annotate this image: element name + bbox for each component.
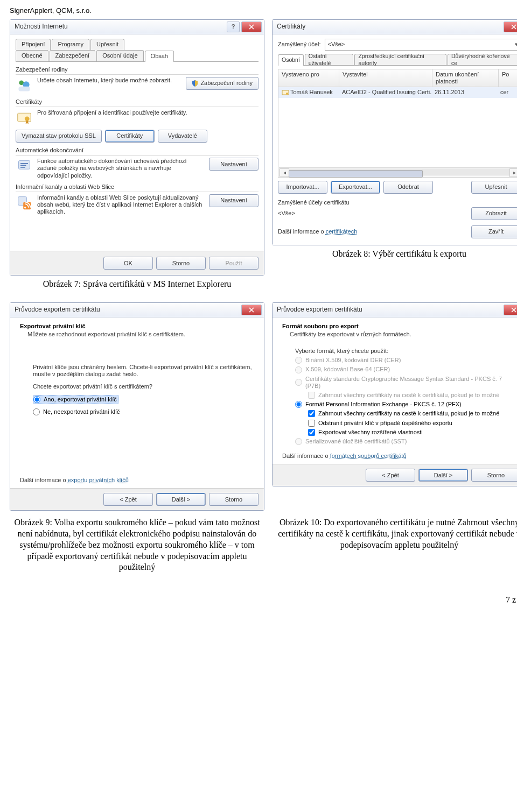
svg-rect-2	[19, 87, 30, 91]
radio-export-yes[interactable]: Ano, exportovat privátní klíč	[33, 395, 118, 404]
cell-expiry: 26.11.2013	[431, 88, 497, 96]
svg-point-10	[286, 93, 288, 95]
close-icon[interactable]	[504, 22, 517, 32]
radio-input[interactable]	[33, 408, 40, 415]
check-delete-priv[interactable]: Odstranit privátní klíč v případě úspěšn…	[308, 420, 516, 427]
purpose-select[interactable]: <Vše>	[325, 39, 517, 51]
fmt-pick: Vyberte formát, který chcete použít:	[295, 348, 516, 355]
help-icon[interactable]	[227, 22, 240, 32]
next-button[interactable]: Další >	[418, 469, 468, 482]
ok-button[interactable]: OK	[103, 257, 153, 270]
check-input	[308, 392, 315, 399]
include-path-label: Zahrnout všechny certifikáty na cestě k …	[318, 410, 499, 417]
svg-point-8	[24, 207, 26, 209]
check-input[interactable]	[308, 429, 315, 436]
caption-fig10: Obrázek 10: Do exportovaného certifikátu…	[272, 517, 517, 550]
col-expiry[interactable]: Datum ukončení platnosti	[432, 69, 499, 87]
radio-der: Binární X.509, kódování DER (CER)	[295, 357, 516, 364]
rss-desc: Informační kanály a oblasti Web Slice po…	[37, 194, 205, 216]
cell-issuer: ACAeID2 - Qualified Issuing Certi...	[339, 88, 431, 96]
col-issuer[interactable]: Vystavitel	[339, 69, 432, 87]
tab-connections[interactable]: Připojení	[16, 39, 51, 50]
check-export-ext[interactable]: Exportovat všechny rozšířené vlastnosti	[308, 429, 516, 436]
family-safety-button[interactable]: Zabezpečení rodiny	[186, 77, 258, 90]
cell-extra: cer	[497, 88, 517, 96]
radio-input	[295, 379, 302, 386]
radio-input	[295, 357, 302, 364]
publishers-button[interactable]: Vydavatelé	[158, 130, 207, 143]
delete-priv-label: Odstranit privátní klíč v případě úspěšn…	[318, 420, 452, 427]
next-button[interactable]: Další >	[156, 493, 206, 506]
titlebar: Možnosti Internetu	[10, 20, 264, 34]
close-icon[interactable]	[504, 305, 517, 315]
wiz-cancel-button[interactable]: Storno	[209, 493, 258, 506]
auto-settings-button[interactable]: Nastavení	[209, 158, 258, 171]
cancel-button[interactable]: Storno	[156, 257, 206, 270]
scroll-left-icon[interactable]: ◂	[280, 168, 289, 177]
check-p7b-include: Zahrnout všechny certifikáty na cestě k …	[308, 392, 516, 399]
priv-sub: Můžete se rozhodnout exportovat privátní…	[27, 331, 254, 338]
more-info-link[interactable]: certifikátech	[326, 228, 358, 235]
radio-export-no[interactable]: Ne, neexportovat privátní klíč	[33, 408, 254, 415]
auto-desc: Funkce automatického dokončování uchováv…	[37, 158, 205, 179]
check-input[interactable]	[308, 410, 315, 417]
fmt-more: Další informace o	[282, 453, 330, 459]
priv-more-link[interactable]: exportu privátních klíčů	[68, 477, 129, 483]
radio-input[interactable]	[33, 396, 40, 403]
cert-tab-root[interactable]: Důvěryhodné kořenové ce	[448, 54, 517, 65]
advanced-button[interactable]: Upřesnit	[471, 181, 517, 194]
radio-pfx[interactable]: Formát Personal Information Exchange - P…	[295, 401, 516, 408]
priv-heading: Exportovat privátní klíč	[20, 323, 254, 330]
internet-options-window: Možnosti Internetu Připojení Programy Up…	[10, 19, 264, 276]
export-button[interactable]: Exportovat...	[331, 181, 380, 194]
fmt-heading: Formát souboru pro export	[282, 323, 516, 330]
wiz-cancel-button[interactable]: Storno	[471, 469, 517, 482]
cert-tab-intermediate[interactable]: Zprostředkující certifikační autority	[354, 54, 446, 65]
apply-button[interactable]: Použít	[209, 257, 258, 270]
cert-tab-others[interactable]: Ostatní uživatelé	[305, 54, 354, 65]
radio-base64: X.509, kódování Base-64 (CER)	[295, 366, 516, 373]
priv-more: Další informace o	[20, 477, 68, 483]
cert-row[interactable]: Tomáš Hanusek ACAeID2 - Qualified Issuin…	[278, 87, 517, 98]
rss-settings-button[interactable]: Nastavení	[209, 194, 258, 207]
family-shield-icon	[16, 77, 33, 94]
col-extra[interactable]: Po	[499, 69, 517, 87]
check-input[interactable]	[308, 420, 315, 427]
close-icon[interactable]	[241, 305, 262, 315]
close-icon[interactable]	[241, 22, 262, 32]
back-button[interactable]: < Zpět	[366, 469, 415, 482]
fmt-more-link[interactable]: formátech souborů certifikátů	[330, 453, 407, 459]
back-button[interactable]: < Zpět	[103, 493, 153, 506]
cert-table: Vystaveno pro Vystavitel Datum ukončení …	[278, 69, 517, 178]
certificates-button[interactable]: Certifikáty	[105, 130, 155, 143]
priv-question: Chcete exportovat privátní klíč s certif…	[33, 383, 254, 390]
caption-fig8: Obrázek 8: Výběr certifikátu k exportu	[272, 249, 517, 259]
tab-advanced[interactable]: Upřesnit	[90, 39, 124, 50]
hscrollbar[interactable]: ◂ ▸	[279, 167, 517, 176]
certs-desc: Pro šifrovaná připojení a identifikaci p…	[37, 109, 258, 116]
import-button[interactable]: Importovat...	[278, 181, 327, 194]
close-button[interactable]: Zavřít	[471, 225, 517, 238]
cert-row-icon	[282, 89, 289, 96]
scroll-right-icon[interactable]: ▸	[509, 168, 517, 177]
clear-ssl-button[interactable]: Vymazat stav protokolu SSL	[16, 130, 102, 143]
check-include-path[interactable]: Zahrnout všechny certifikáty na cestě k …	[308, 410, 516, 417]
purposes-value: <Vše>	[278, 210, 471, 217]
col-issued-to[interactable]: Vystaveno pro	[278, 69, 339, 87]
tab-programs[interactable]: Programy	[52, 39, 89, 50]
remove-button[interactable]: Odebrat	[383, 181, 433, 194]
cert-tab-personal[interactable]: Osobní	[278, 54, 304, 66]
tab-content[interactable]: Obsah	[145, 51, 174, 62]
cell-issued-to: Tomáš Hanusek	[290, 89, 333, 95]
radio-sst-label: Serializované úložiště certifikátů (SST)	[305, 438, 407, 445]
tab-security[interactable]: Zabezpečení	[50, 50, 96, 61]
section-auto: Automatické dokončování	[16, 147, 258, 156]
view-button[interactable]: Zobrazit	[471, 207, 517, 220]
caption-fig9: Obrázek 9: Volba exportu soukromého klíč…	[10, 517, 264, 573]
radio-input[interactable]	[295, 401, 302, 408]
tab-general[interactable]: Obecné	[16, 50, 48, 61]
tab-privacy[interactable]: Osobní údaje	[96, 50, 143, 61]
radio-input	[295, 438, 302, 445]
cert-titlebar: Certifikáty	[273, 20, 517, 34]
certificates-window: Certifikáty Zamýšlený účel: <Vše> Osobní…	[272, 19, 517, 245]
